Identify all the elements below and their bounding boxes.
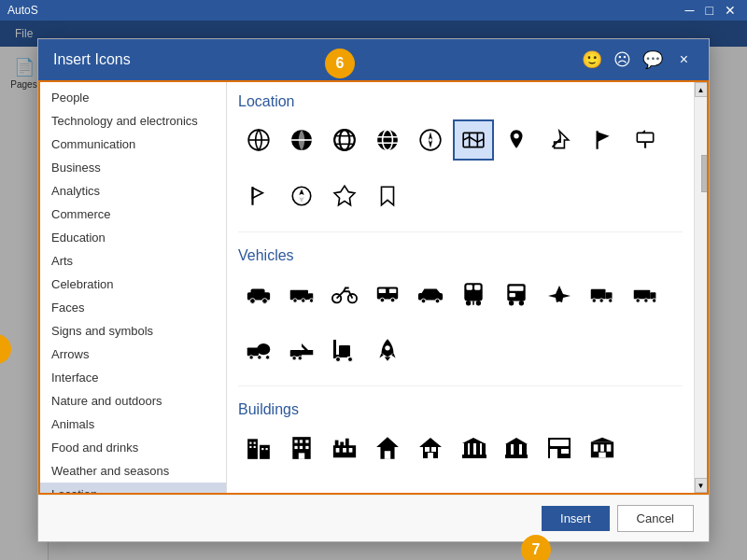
icon-globe2[interactable] bbox=[281, 119, 322, 161]
icon-map[interactable] bbox=[453, 119, 494, 161]
svg-marker-114 bbox=[462, 438, 485, 443]
icon-signboard[interactable] bbox=[625, 119, 666, 161]
scroll-up-button[interactable]: ▲ bbox=[695, 82, 708, 97]
icon-car[interactable] bbox=[238, 273, 279, 315]
icon-house[interactable] bbox=[367, 427, 408, 469]
category-item-weather[interactable]: Weather and seasons bbox=[40, 459, 226, 483]
category-item-technology[interactable]: Technology and electronics bbox=[40, 109, 226, 133]
dialog-header-icons: 🙂 ☹ 💬 × bbox=[582, 49, 694, 70]
scroll-down-button[interactable]: ▼ bbox=[695, 478, 708, 493]
icon-flag[interactable] bbox=[582, 119, 623, 161]
icon-mixer-truck[interactable] bbox=[238, 329, 279, 371]
icon-globe4[interactable] bbox=[367, 119, 408, 161]
svg-rect-134 bbox=[599, 453, 605, 458]
icon-forklift[interactable] bbox=[324, 329, 365, 371]
minimize-button[interactable]: ─ bbox=[682, 4, 698, 17]
svg-point-37 bbox=[302, 299, 305, 302]
icon-office[interactable] bbox=[238, 427, 279, 469]
icon-bookmark[interactable] bbox=[367, 175, 408, 217]
scroll-track: ▲ ▼ bbox=[694, 82, 707, 493]
icon-star-nav[interactable] bbox=[324, 175, 365, 217]
icon-windmill[interactable] bbox=[324, 483, 365, 493]
category-item-nature[interactable]: Nature and outdoors bbox=[40, 389, 226, 413]
svg-rect-132 bbox=[600, 444, 604, 451]
svg-line-18 bbox=[552, 139, 560, 147]
icon-barn[interactable] bbox=[238, 483, 279, 493]
category-item-faces[interactable]: Faces bbox=[40, 296, 226, 319]
svg-rect-105 bbox=[336, 448, 340, 453]
icon-airplane[interactable] bbox=[539, 273, 580, 315]
category-item-commerce[interactable]: Commerce bbox=[40, 203, 226, 226]
svg-point-74 bbox=[265, 356, 269, 359]
svg-rect-122 bbox=[514, 444, 519, 455]
category-item-people[interactable]: People bbox=[40, 86, 226, 109]
category-item-interface[interactable]: Interface bbox=[40, 366, 226, 389]
category-item-location[interactable]: Location bbox=[40, 483, 226, 493]
icon-house2[interactable] bbox=[410, 427, 451, 469]
svg-point-44 bbox=[380, 298, 385, 302]
vehicles-icons-row2 bbox=[238, 329, 683, 371]
buildings-section-title: Buildings bbox=[238, 401, 683, 418]
icon-store[interactable] bbox=[539, 427, 580, 469]
annotation-6: 6 bbox=[325, 49, 355, 78]
icon-excavator[interactable] bbox=[281, 329, 322, 371]
icon-train[interactable] bbox=[453, 273, 494, 315]
icon-arrow-ne[interactable] bbox=[539, 119, 580, 161]
svg-point-77 bbox=[292, 357, 296, 360]
svg-rect-104 bbox=[345, 439, 349, 447]
svg-point-45 bbox=[390, 298, 395, 302]
svg-rect-103 bbox=[340, 441, 344, 447]
frown-icon[interactable]: ☹ bbox=[613, 49, 631, 70]
icon-semi-truck[interactable] bbox=[582, 273, 623, 315]
category-item-communication[interactable]: Communication bbox=[40, 133, 226, 156]
svg-point-40 bbox=[348, 294, 357, 302]
icon-museum[interactable] bbox=[496, 427, 537, 469]
insert-button[interactable]: Insert bbox=[542, 506, 610, 531]
category-item-analytics[interactable]: Analytics bbox=[40, 179, 226, 203]
svg-marker-25 bbox=[253, 188, 263, 198]
svg-rect-100 bbox=[299, 453, 304, 458]
icon-sedan[interactable] bbox=[410, 273, 451, 315]
icon-factory[interactable] bbox=[324, 427, 365, 469]
comment-icon[interactable]: 💬 bbox=[642, 49, 663, 70]
category-item-signs[interactable]: Signs and symbols bbox=[40, 319, 226, 343]
category-item-business[interactable]: Business bbox=[40, 156, 226, 179]
icon-rocket[interactable] bbox=[367, 329, 408, 371]
close-app-button[interactable]: ✕ bbox=[721, 4, 740, 17]
category-item-animals[interactable]: Animals bbox=[40, 413, 226, 436]
location-section-title: Location bbox=[238, 93, 683, 110]
svg-rect-128 bbox=[561, 449, 569, 454]
icon-nav-flag[interactable] bbox=[238, 175, 279, 217]
icon-mall[interactable] bbox=[582, 427, 623, 469]
scroll-thumb[interactable] bbox=[701, 155, 708, 192]
buildings-icons-grid bbox=[238, 427, 683, 469]
icon-bank[interactable] bbox=[453, 427, 494, 469]
icon-dump-truck[interactable] bbox=[625, 273, 666, 315]
icon-globe3[interactable] bbox=[324, 119, 365, 161]
icon-bus[interactable] bbox=[367, 273, 408, 315]
svg-point-67 bbox=[636, 299, 640, 302]
dialog-close-button[interactable]: × bbox=[674, 49, 694, 70]
maximize-button[interactable]: □ bbox=[702, 4, 717, 17]
category-item-food[interactable]: Food and drinks bbox=[40, 436, 226, 459]
annotation-7: 7 bbox=[521, 535, 551, 560]
category-item-arts[interactable]: Arts bbox=[40, 249, 226, 273]
icon-globe1[interactable] bbox=[238, 119, 279, 161]
category-item-arrows[interactable]: Arrows bbox=[40, 343, 226, 366]
icon-tram[interactable] bbox=[496, 273, 537, 315]
icon-motorcycle[interactable] bbox=[324, 273, 365, 315]
icon-pin[interactable] bbox=[496, 119, 537, 161]
category-item-celebration[interactable]: Celebration bbox=[40, 273, 226, 296]
dialog-title: Insert Icons bbox=[53, 51, 131, 68]
icon-truck[interactable] bbox=[281, 273, 322, 315]
icon-building[interactable] bbox=[281, 427, 322, 469]
cancel-button[interactable]: Cancel bbox=[617, 505, 694, 532]
dialog-footer: Insert Cancel bbox=[38, 495, 709, 541]
smiley-icon[interactable]: 🙂 bbox=[582, 49, 602, 70]
icon-compass2[interactable] bbox=[281, 175, 322, 217]
icon-silo[interactable] bbox=[281, 483, 322, 493]
svg-rect-118 bbox=[482, 443, 486, 455]
category-item-education[interactable]: Education bbox=[40, 226, 226, 249]
dialog-header: Insert Icons 🙂 ☹ 💬 × bbox=[38, 39, 709, 80]
icon-compass[interactable] bbox=[410, 119, 451, 161]
